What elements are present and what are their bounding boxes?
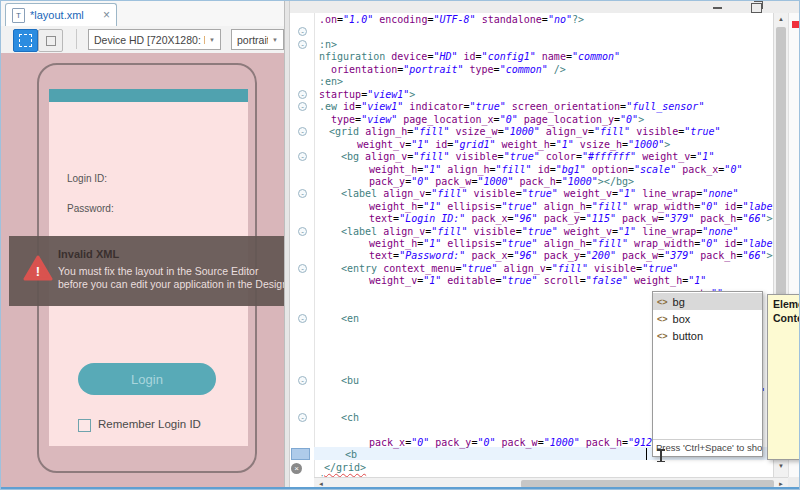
toolbar-separator bbox=[76, 29, 77, 49]
tab-layout-xml[interactable]: T *layout.xml × bbox=[5, 3, 117, 26]
code-line: <b bbox=[345, 449, 357, 461]
tooltip-element-label: Element : bbox=[773, 298, 800, 310]
code-line: <grid align_h="fill" vsize_w="1000" alig… bbox=[329, 126, 720, 138]
ibeam-cursor-icon bbox=[657, 449, 665, 462]
fold-collapse-icon[interactable]: - bbox=[298, 264, 307, 273]
outline-view-toggle-button[interactable] bbox=[38, 29, 63, 52]
selection-frame-icon bbox=[19, 34, 32, 47]
xml-element-icon: <> bbox=[657, 297, 668, 307]
fold-collapse-icon[interactable]: - bbox=[298, 189, 307, 198]
error-overview-marker[interactable] bbox=[792, 21, 799, 28]
error-line1: You must fix the layout in the Source Ed… bbox=[58, 265, 258, 277]
device-dropdown[interactable]: Device HD [720X1280: MDPI] ▼ bbox=[88, 29, 221, 50]
fold-collapse-icon[interactable]: - bbox=[298, 127, 307, 136]
code-line: <entry context_menu="true" align_v="fill… bbox=[341, 263, 678, 275]
login-id-label: Login ID: bbox=[67, 173, 107, 184]
login-button[interactable]: Login bbox=[78, 363, 216, 395]
code-line: pack_y="0" pack_w="1000" pack_h="1000"><… bbox=[369, 176, 634, 188]
code-line: <ch bbox=[341, 412, 359, 424]
current-line-gutter-marker bbox=[291, 448, 310, 460]
code-line: .ew id="view1" indicator="true" screen_o… bbox=[319, 101, 704, 113]
autocomplete-item-bg[interactable]: <> bg bbox=[653, 293, 762, 310]
close-icon[interactable]: × bbox=[103, 10, 110, 20]
code-line: <bg align_v="fill" visible="true" color=… bbox=[341, 151, 714, 163]
text-caret bbox=[646, 448, 647, 460]
code-line: <en bbox=[341, 313, 359, 325]
source-editor[interactable]: × .on="1.0" encoding="UTF-8" standalone=… bbox=[290, 13, 800, 477]
tooltip-model-label: Content Model : bbox=[773, 312, 800, 324]
scroll-up-icon[interactable]: ▲ bbox=[774, 16, 788, 22]
svg-text:!: ! bbox=[36, 264, 40, 279]
square-icon bbox=[46, 36, 56, 46]
remember-checkbox[interactable] bbox=[78, 419, 91, 432]
code-line: orientation="portrait" type="common" /> bbox=[331, 64, 566, 76]
fold-collapse-icon[interactable]: - bbox=[298, 152, 307, 161]
code-line: startup="view1"> bbox=[319, 89, 415, 101]
fold-collapse-icon[interactable]: - bbox=[298, 90, 307, 99]
code-line: </grid> bbox=[324, 462, 366, 474]
code-line: <label align_v="fill" visible="true" wei… bbox=[341, 188, 738, 200]
error-title: Invalid XML bbox=[58, 248, 119, 260]
code-line: weight_v="1" id="grid1" weight_h="1" vsi… bbox=[357, 139, 670, 151]
xml-element-icon: <> bbox=[657, 331, 668, 341]
code-line: text="Login ID:" pack_x="96" pack_y="115… bbox=[369, 213, 800, 225]
orientation-dropdown[interactable]: portrait ▼ bbox=[231, 29, 284, 50]
code-line: weight_v="1" editable="true" scroll="fal… bbox=[369, 275, 706, 287]
fold-collapse-icon[interactable]: - bbox=[298, 376, 307, 385]
code-line: :n> bbox=[319, 39, 337, 51]
autocomplete-footer: Press 'Ctrl+Space' to show XML bbox=[653, 439, 762, 456]
tab-title: *layout.xml bbox=[30, 9, 99, 21]
editor-tab-bar: T *layout.xml × bbox=[1, 1, 289, 27]
code-line: <label align_v="fill" visible="true" wei… bbox=[341, 226, 738, 238]
autocomplete-item-box[interactable]: <> box bbox=[653, 310, 762, 327]
autocomplete-item-button[interactable]: <> button bbox=[653, 327, 762, 344]
autocomplete-list: <> bg <> box <> button bbox=[653, 292, 762, 439]
autocomplete-item-label: box bbox=[673, 313, 691, 325]
app-window: T *layout.xml × Device HD [720X1280: MDP… bbox=[0, 0, 800, 490]
invalid-xml-overlay: ! Invalid XML You must fix the layout in… bbox=[9, 236, 284, 306]
fold-collapse-icon[interactable]: - bbox=[298, 40, 307, 49]
code-line: <bu bbox=[341, 375, 359, 387]
fold-collapse-icon[interactable]: - bbox=[298, 102, 307, 111]
fold-collapse-icon[interactable]: - bbox=[298, 413, 307, 422]
xml-file-icon: T bbox=[12, 8, 25, 23]
device-dropdown-value: Device HD [720X1280: MDPI] bbox=[94, 34, 205, 46]
fold-collapse-icon[interactable]: - bbox=[298, 314, 307, 323]
editor-gutter bbox=[290, 13, 315, 477]
scroll-down-icon[interactable]: ▼ bbox=[774, 463, 788, 469]
remember-checkbox-label: Remember Login ID bbox=[98, 418, 201, 430]
code-line: weight_h="1" align_h="fill" id="bg1" opt… bbox=[369, 164, 742, 176]
status-bar bbox=[49, 89, 248, 102]
xml-element-icon: <> bbox=[657, 314, 668, 324]
element-tooltip: Element : bg Content Model : (variation*… bbox=[767, 294, 800, 460]
autocomplete-item-label: bg bbox=[673, 296, 685, 308]
autocomplete-item-label: button bbox=[673, 330, 704, 342]
code-line: text="Password:" pack_x="96" pack_y="200… bbox=[369, 250, 800, 262]
design-view-toggle-button[interactable] bbox=[13, 29, 38, 52]
code-line: .on="1.0" encoding="UTF-8" standalone="n… bbox=[319, 14, 584, 26]
code-line: type="view" page_location_x="0" page_loc… bbox=[331, 114, 644, 126]
design-canvas: Login ID: Password: Login Remember Login… bbox=[1, 53, 284, 488]
error-line2: before you can edit your application in … bbox=[58, 278, 284, 290]
orientation-dropdown-value: portrait bbox=[237, 34, 268, 46]
fold-collapse-icon[interactable]: - bbox=[298, 27, 307, 36]
code-line: weight_h="1" ellipsis="true" align_h="fi… bbox=[369, 201, 791, 213]
code-line: pack_x="0" pack_y="0" pack_w="1000" pack… bbox=[369, 437, 664, 449]
code-line: weight_h="1" ellipsis="true" align_h="fi… bbox=[369, 238, 791, 250]
code-line: :en> bbox=[319, 76, 343, 88]
password-label: Password: bbox=[67, 203, 114, 214]
chevron-down-icon: ▼ bbox=[272, 37, 278, 43]
chevron-down-icon: ▼ bbox=[209, 37, 215, 43]
error-marker-icon: × bbox=[291, 463, 302, 474]
autocomplete-popup: <> bg <> box <> button Press 'Ctrl+Space… bbox=[652, 291, 763, 457]
fold-collapse-icon[interactable]: - bbox=[298, 227, 307, 236]
code-line: nfiguration device="HD" id="config1" nam… bbox=[319, 51, 620, 63]
restore-icon[interactable] bbox=[751, 3, 762, 13]
warning-icon: ! bbox=[23, 255, 53, 282]
minimize-icon[interactable] bbox=[713, 7, 722, 9]
